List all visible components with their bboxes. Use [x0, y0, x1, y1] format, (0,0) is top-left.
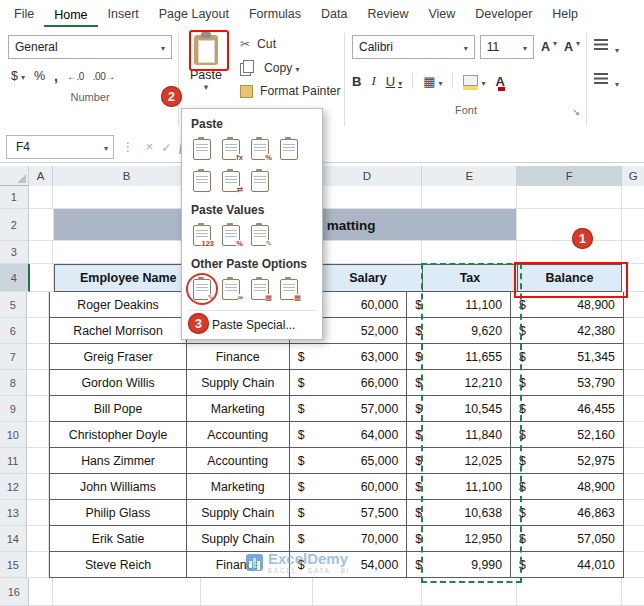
bold-button[interactable]: B: [352, 74, 361, 89]
row-header[interactable]: 8: [0, 370, 27, 396]
name-box[interactable]: F4: [6, 135, 114, 159]
cell[interactable]: [29, 186, 54, 209]
cell-balance[interactable]: $48,900: [511, 474, 624, 500]
paste-option-keep-source[interactable]: [190, 136, 214, 162]
increase-decimal-button[interactable]: ←.0: [67, 71, 84, 82]
row-header[interactable]: 2: [0, 209, 29, 241]
row-header[interactable]: 7: [0, 344, 27, 370]
paste-option-column-widths[interactable]: [248, 168, 272, 194]
cell[interactable]: [313, 186, 423, 209]
cell[interactable]: [517, 578, 622, 606]
cell-tax[interactable]: $11,655: [407, 344, 511, 370]
cell[interactable]: [201, 578, 313, 606]
cell-balance[interactable]: $44,010: [511, 552, 624, 578]
cell-balance[interactable]: $52,975: [511, 448, 624, 474]
cell-balance[interactable]: $51,345: [511, 344, 624, 370]
paste-split-button[interactable]: Paste ▾: [182, 32, 230, 92]
cell-tax[interactable]: $12,025: [407, 448, 511, 474]
header-tax[interactable]: Tax: [423, 264, 518, 292]
cell-salary[interactable]: $66,000: [290, 370, 407, 396]
row-header[interactable]: 9: [0, 396, 27, 422]
cell[interactable]: [624, 526, 644, 552]
col-header-b[interactable]: B: [53, 166, 200, 187]
cell-dept[interactable]: Finance: [187, 344, 290, 370]
col-header-a[interactable]: A: [29, 166, 54, 187]
cell-name[interactable]: Steve Reich: [49, 552, 186, 578]
paste-values-option[interactable]: 123: [190, 222, 214, 248]
cell[interactable]: [27, 526, 50, 552]
borders-button[interactable]: [423, 74, 442, 89]
cell[interactable]: [29, 209, 54, 241]
tab-developer[interactable]: Developer: [465, 2, 542, 27]
cell-name[interactable]: John Williams: [49, 474, 186, 500]
underline-button[interactable]: U: [386, 74, 402, 89]
cell[interactable]: [27, 500, 50, 526]
cell-dept[interactable]: Accounting: [187, 448, 290, 474]
cell-name[interactable]: Roger Deakins: [49, 292, 186, 318]
header-salary[interactable]: Salary: [314, 264, 423, 292]
cell[interactable]: [29, 241, 54, 264]
cell[interactable]: [313, 578, 423, 606]
tab-page-layout[interactable]: Page Layout: [149, 2, 239, 27]
font-name-dropdown[interactable]: Calibri: [352, 35, 475, 59]
align-top-button[interactable]: [594, 39, 619, 57]
cell[interactable]: [27, 474, 50, 500]
cell[interactable]: [624, 448, 644, 474]
cell[interactable]: [624, 344, 644, 370]
cell[interactable]: [53, 578, 200, 606]
cell-balance[interactable]: $48,900: [511, 292, 624, 318]
cell[interactable]: [27, 552, 50, 578]
tab-help[interactable]: Help: [542, 2, 588, 27]
cut-button[interactable]: Cut: [240, 37, 341, 51]
cell-balance[interactable]: $52,160: [511, 422, 624, 448]
decrease-decimal-button[interactable]: .00→: [93, 71, 115, 82]
cell[interactable]: [27, 318, 50, 344]
cell-name[interactable]: Erik Satie: [49, 526, 186, 552]
cell-dept[interactable]: Supply Chain: [187, 370, 290, 396]
row-header[interactable]: 6: [0, 318, 27, 344]
cell[interactable]: [624, 552, 644, 578]
row-header[interactable]: 4: [0, 264, 30, 292]
cell-salary[interactable]: $65,000: [290, 448, 407, 474]
tab-data[interactable]: Data: [311, 2, 357, 27]
row-header[interactable]: 10: [0, 422, 27, 448]
cell-tax[interactable]: $9,990: [407, 552, 511, 578]
paste-picture-option[interactable]: ▦: [248, 276, 272, 302]
select-all-corner[interactable]: [0, 166, 29, 186]
cell[interactable]: [622, 186, 644, 209]
tab-file[interactable]: File: [4, 2, 44, 27]
cell-tax[interactable]: $11,100: [407, 292, 511, 318]
cell-balance[interactable]: $46,455: [511, 396, 624, 422]
row-header[interactable]: 14: [0, 526, 27, 552]
cell-dept[interactable]: Supply Chain: [187, 526, 290, 552]
cell[interactable]: [622, 264, 644, 292]
tab-formulas[interactable]: Formulas: [239, 2, 311, 27]
cell-tax[interactable]: $9,620: [407, 318, 511, 344]
cell[interactable]: [27, 292, 50, 318]
paste-option-formatting[interactable]: [277, 136, 301, 162]
cell[interactable]: [422, 578, 517, 606]
paste-formatting-option[interactable]: ✎: [190, 276, 214, 302]
cell[interactable]: [29, 578, 54, 606]
paste-values-number-option[interactable]: %: [219, 222, 243, 248]
cell[interactable]: [624, 500, 644, 526]
cancel-icon[interactable]: [141, 140, 158, 154]
cell[interactable]: [517, 241, 622, 264]
cell-salary[interactable]: $63,000: [290, 344, 407, 370]
dialog-launcher-icon[interactable]: ↘: [572, 107, 580, 117]
cell[interactable]: [27, 448, 50, 474]
cell-salary[interactable]: $57,500: [290, 500, 407, 526]
cell-balance[interactable]: $53,790: [511, 370, 624, 396]
paste-values-formatting-option[interactable]: ✎: [248, 222, 272, 248]
cell[interactable]: [27, 396, 50, 422]
paste-link-option[interactable]: ∞: [219, 276, 243, 302]
col-header-f[interactable]: F: [517, 166, 622, 188]
tab-review[interactable]: Review: [357, 2, 418, 27]
fill-color-button[interactable]: [463, 74, 485, 89]
cell[interactable]: [27, 370, 50, 396]
col-header-g[interactable]: G: [622, 166, 644, 187]
paste-option-formulas-number[interactable]: %: [248, 136, 272, 162]
font-color-button[interactable]: A: [495, 74, 504, 89]
cell[interactable]: [517, 209, 622, 241]
header-balance[interactable]: Balance: [518, 264, 623, 292]
